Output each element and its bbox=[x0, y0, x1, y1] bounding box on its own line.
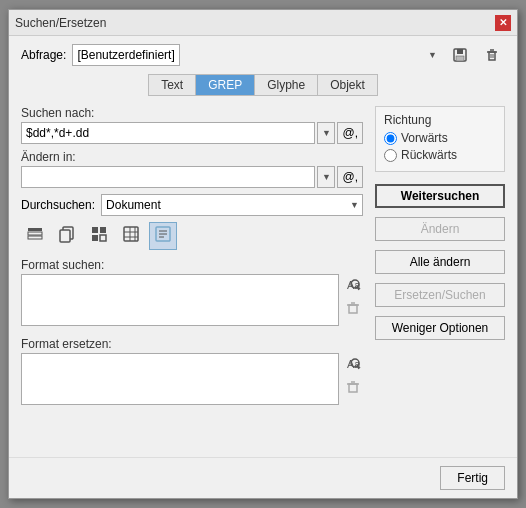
toolbar-table-btn[interactable] bbox=[117, 222, 145, 250]
durchsuchen-select-wrapper: Dokument Auswahl Artikel bbox=[101, 194, 363, 216]
suchen-ersetzen-dialog: Suchen/Ersetzen ✕ Abfrage: [Benutzerdefi… bbox=[8, 9, 518, 499]
format-suchen-area-row: Aa bbox=[21, 274, 363, 329]
svg-rect-12 bbox=[60, 230, 70, 242]
fertig-button[interactable]: Fertig bbox=[440, 466, 505, 490]
radio-rueckwaerts: Rückwärts bbox=[384, 148, 496, 162]
dialog-footer: Fertig bbox=[9, 457, 517, 498]
tab-text[interactable]: Text bbox=[149, 75, 196, 95]
toolbar-layer-btn[interactable] bbox=[21, 222, 49, 250]
trash-ersetzen-icon bbox=[345, 379, 361, 395]
format-ersetzen-box-wrapper bbox=[21, 353, 339, 408]
tab-grep[interactable]: GREP bbox=[196, 75, 255, 95]
stack-icon bbox=[90, 225, 108, 243]
toolbar-document-btn[interactable] bbox=[149, 222, 177, 250]
weitersuchen-button[interactable]: Weitersuchen bbox=[375, 184, 505, 208]
radio-rueckwaerts-input[interactable] bbox=[384, 149, 397, 162]
format-suchen-label: Format suchen: bbox=[21, 258, 363, 272]
tab-glyphe[interactable]: Glyphe bbox=[255, 75, 318, 95]
format-suchen-delete-btn[interactable] bbox=[343, 298, 363, 318]
svg-rect-15 bbox=[92, 235, 98, 241]
abfrage-select[interactable]: [Benutzerdefiniert] bbox=[72, 44, 180, 66]
dialog-content: Abfrage: [Benutzerdefiniert] bbox=[9, 36, 517, 457]
format-suchen-textarea[interactable] bbox=[21, 274, 339, 326]
format-ersetzen-section: Format ersetzen: Aa bbox=[21, 337, 363, 408]
format-suchen-box-wrapper bbox=[21, 274, 339, 329]
suchen-nach-input[interactable] bbox=[21, 122, 315, 144]
suchen-at-button[interactable]: @, bbox=[337, 122, 363, 144]
durchsuchen-select[interactable]: Dokument Auswahl Artikel bbox=[101, 194, 363, 216]
format-picker-icon: Aa bbox=[345, 276, 361, 292]
ersetzen-suchen-button[interactable]: Ersetzen/Suchen bbox=[375, 283, 505, 307]
toolbar-icons-row bbox=[21, 222, 363, 250]
suchen-nach-row: Suchen nach: ▼ @, bbox=[21, 106, 363, 144]
title-bar: Suchen/Ersetzen ✕ bbox=[9, 10, 517, 36]
suchen-nach-input-row: ▼ @, bbox=[21, 122, 363, 144]
trash-icon bbox=[484, 47, 500, 63]
alle-aendern-button[interactable]: Alle ändern bbox=[375, 250, 505, 274]
radio-vorwaerts: Vorwärts bbox=[384, 131, 496, 145]
toolbar-stack-btn[interactable] bbox=[85, 222, 113, 250]
abfrage-select-wrapper: [Benutzerdefiniert] bbox=[72, 44, 441, 66]
format-ersetzen-area-row: Aa bbox=[21, 353, 363, 408]
durchsuchen-row: Durchsuchen: Dokument Auswahl Artikel bbox=[21, 194, 363, 216]
format-ersetzen-label: Format ersetzen: bbox=[21, 337, 363, 351]
svg-rect-10 bbox=[28, 236, 42, 239]
delete-query-button[interactable] bbox=[479, 44, 505, 66]
aendern-button[interactable]: Ändern bbox=[375, 217, 505, 241]
tab-bar: Text GREP Glyphe Objekt bbox=[148, 74, 378, 96]
aendern-in-input[interactable] bbox=[21, 166, 315, 188]
aendern-at-button[interactable]: @, bbox=[337, 166, 363, 188]
svg-rect-29 bbox=[349, 305, 357, 313]
aendern-in-row: Ändern in: ▼ @, bbox=[21, 150, 363, 188]
aendern-in-input-row: ▼ @, bbox=[21, 166, 363, 188]
right-panel: Richtung Vorwärts Rückwärts Weitersuchen… bbox=[375, 106, 505, 416]
format-ersetzen-picker-btn[interactable]: Aa bbox=[343, 353, 363, 373]
close-button[interactable]: ✕ bbox=[495, 15, 511, 31]
save-query-button[interactable] bbox=[447, 44, 473, 66]
format-ersetzen-picker-icon: Aa bbox=[345, 355, 361, 371]
main-area: Suchen nach: ▼ @, Ändern in: ▼ @, bbox=[21, 106, 505, 416]
svg-rect-8 bbox=[28, 228, 42, 231]
aendern-in-label: Ändern in: bbox=[21, 150, 363, 164]
radio-vorwaerts-input[interactable] bbox=[384, 132, 397, 145]
format-suchen-side-icons: Aa bbox=[343, 274, 363, 329]
abfrage-label: Abfrage: bbox=[21, 48, 66, 62]
svg-rect-3 bbox=[489, 52, 495, 60]
suchen-dropdown-btn[interactable]: ▼ bbox=[317, 122, 335, 144]
format-suchen-section: Format suchen: Aa bbox=[21, 258, 363, 329]
aendern-dropdown-btn[interactable]: ▼ bbox=[317, 166, 335, 188]
weniger-optionen-button[interactable]: Weniger Optionen bbox=[375, 316, 505, 340]
tab-objekt[interactable]: Objekt bbox=[318, 75, 377, 95]
svg-rect-14 bbox=[100, 227, 106, 233]
format-suchen-picker-btn[interactable]: Aa bbox=[343, 274, 363, 294]
format-ersetzen-textarea[interactable] bbox=[21, 353, 339, 405]
richtung-title: Richtung bbox=[384, 113, 496, 127]
svg-rect-2 bbox=[456, 56, 464, 61]
svg-rect-17 bbox=[124, 227, 138, 241]
trash-small-icon bbox=[345, 300, 361, 316]
document-icon bbox=[154, 225, 172, 243]
durchsuchen-label: Durchsuchen: bbox=[21, 198, 95, 212]
dialog-title: Suchen/Ersetzen bbox=[15, 16, 106, 30]
svg-rect-9 bbox=[28, 232, 42, 235]
abfrage-row: Abfrage: [Benutzerdefiniert] bbox=[21, 44, 505, 66]
left-panel: Suchen nach: ▼ @, Ändern in: ▼ @, bbox=[21, 106, 363, 416]
radio-vorwaerts-label[interactable]: Vorwärts bbox=[401, 131, 448, 145]
table-icon bbox=[122, 225, 140, 243]
save-icon bbox=[452, 47, 468, 63]
suchen-nach-label: Suchen nach: bbox=[21, 106, 363, 120]
copy-icon bbox=[58, 225, 76, 243]
svg-rect-1 bbox=[457, 49, 463, 54]
svg-rect-35 bbox=[349, 384, 357, 392]
svg-rect-16 bbox=[100, 235, 106, 241]
layer-icon bbox=[26, 225, 44, 243]
toolbar-copy-btn[interactable] bbox=[53, 222, 81, 250]
format-ersetzen-side-icons: Aa bbox=[343, 353, 363, 408]
radio-rueckwaerts-label[interactable]: Rückwärts bbox=[401, 148, 457, 162]
svg-rect-13 bbox=[92, 227, 98, 233]
richtung-group: Richtung Vorwärts Rückwärts bbox=[375, 106, 505, 172]
format-ersetzen-delete-btn[interactable] bbox=[343, 377, 363, 397]
